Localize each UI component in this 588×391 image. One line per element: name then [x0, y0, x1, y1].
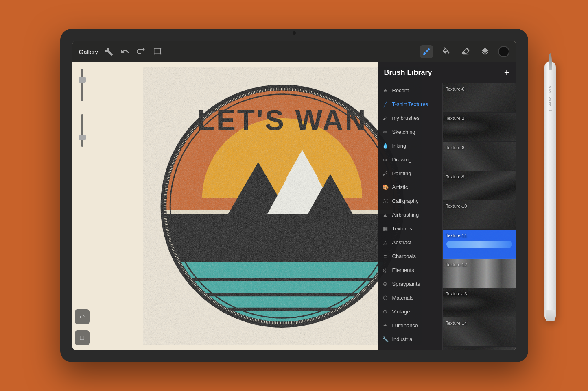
- color-picker-button[interactable]: [498, 46, 509, 57]
- gallery-button[interactable]: Gallery: [79, 48, 98, 55]
- category-item-sketching[interactable]: ✏ Sketching: [378, 125, 442, 139]
- category-item-tshirt[interactable]: ╱ T-shirt Textures: [378, 97, 442, 111]
- add-brush-button[interactable]: +: [504, 68, 509, 77]
- category-item-airbrushing[interactable]: ▲ Airbrushing: [378, 208, 442, 222]
- category-item-painting[interactable]: 🖌 Painting: [378, 166, 442, 180]
- brush-icon: 🖌: [382, 114, 389, 122]
- pencil-eraser: [546, 310, 555, 321]
- triangle-icon: △: [382, 239, 389, 246]
- palette-icon: 🎨: [382, 183, 389, 191]
- category-item-inking[interactable]: 💧 Inking: [378, 139, 442, 152]
- brush-library-title: Brush Library: [384, 68, 432, 77]
- texture-icon: ▦: [382, 225, 389, 232]
- brush-library-header: Brush Library +: [378, 62, 516, 83]
- category-item-luminance[interactable]: ✦ Luminance: [378, 318, 442, 332]
- swirl-icon: ∞: [382, 156, 389, 163]
- category-item-spraypaints[interactable]: ⊕ Spraypaints: [378, 277, 442, 291]
- transform-icon[interactable]: [152, 46, 163, 57]
- brush-tool-button[interactable]: [420, 45, 433, 58]
- brush-list: Texture-6 Texture-2 Texture-8 Te: [443, 83, 516, 350]
- brush-item-texture13[interactable]: Texture-13: [443, 288, 516, 317]
- category-item-textures[interactable]: ▦ Textures: [378, 222, 442, 235]
- wrench-icon[interactable]: [103, 46, 114, 57]
- tablet-screen: Gallery: [72, 41, 516, 350]
- category-item-artistic[interactable]: 🎨 Artistic: [378, 180, 442, 194]
- brush-item-texture14[interactable]: Texture-14: [443, 317, 516, 347]
- category-item-materials[interactable]: ⬡ Materials: [378, 291, 442, 304]
- redo-icon[interactable]: [136, 46, 147, 57]
- brush-library-panel: Brush Library + ★ Recent ╱ T-: [378, 62, 516, 350]
- category-item-vintage[interactable]: ⊙ Vintage: [378, 304, 442, 318]
- ink-drop-icon: 💧: [382, 142, 389, 149]
- camera-notch: [293, 31, 296, 35]
- category-item-drawing[interactable]: ∞ Drawing: [378, 152, 442, 166]
- airbrush-icon: ▲: [382, 211, 389, 218]
- category-item-mybrushes[interactable]: 🖌 my brushes: [378, 111, 442, 125]
- eraser-tool-button[interactable]: [459, 45, 472, 58]
- shape-tool-button[interactable]: □: [75, 330, 90, 345]
- circle-pattern-icon: ◎: [382, 266, 389, 274]
- toolbar: Gallery: [72, 41, 516, 62]
- pencil-tip: [549, 53, 552, 70]
- leaf-icon: 🍃: [382, 349, 389, 350]
- clock-icon: ⊙: [382, 308, 389, 315]
- left-sidebar: ↩ □: [72, 62, 92, 350]
- tablet-device: Gallery: [60, 29, 528, 362]
- layers-button[interactable]: [479, 45, 492, 58]
- brush-item-texture6[interactable]: Texture-6: [443, 83, 516, 113]
- paint-brush-icon: 🖌: [382, 169, 389, 177]
- brush-item-texture15[interactable]: Texture-15: [443, 347, 516, 350]
- pencil-icon: ✏: [382, 128, 389, 135]
- apple-pencil: ✏ Pencil Pro: [544, 61, 556, 321]
- brush-item-texture9[interactable]: Texture-9: [443, 171, 516, 200]
- category-item-organic[interactable]: 🍃 Organic: [378, 346, 442, 350]
- size-slider[interactable]: [81, 114, 83, 147]
- star-icon: ★: [382, 87, 389, 94]
- smudge-tool-button[interactable]: [439, 45, 452, 58]
- brush-texture-bg: [443, 347, 516, 350]
- opacity-slider[interactable]: [81, 69, 83, 101]
- brush-item-texture2[interactable]: Texture-2: [443, 113, 516, 142]
- script-icon: ℳ: [382, 197, 389, 204]
- category-item-charcoals[interactable]: ≡ Charcoals: [378, 249, 442, 263]
- toolbar-left: Gallery: [79, 46, 164, 57]
- category-item-recent[interactable]: ★ Recent: [378, 83, 442, 97]
- star4-icon: ✦: [382, 321, 389, 329]
- svg-point-22: [166, 90, 398, 322]
- brush-library-content: ★ Recent ╱ T-shirt Textures 🖌 my brushes: [378, 83, 516, 350]
- undo-sidebar-button[interactable]: ↩: [75, 309, 90, 324]
- undo-icon[interactable]: [119, 46, 131, 57]
- hexagon-icon: ⬡: [382, 294, 389, 301]
- canvas-area: LET'S WAN: [72, 62, 516, 350]
- brush-item-texture12[interactable]: Texture-12: [443, 259, 516, 288]
- brush-item-texture10[interactable]: Texture-10: [443, 200, 516, 230]
- bars-icon: ≡: [382, 252, 389, 260]
- category-item-elements[interactable]: ◎ Elements: [378, 263, 442, 277]
- brush-item-texture11[interactable]: Texture-11: [443, 230, 516, 259]
- wrench-cat-icon: 🔧: [382, 335, 389, 343]
- brush-stroke-icon: ╱: [382, 100, 389, 108]
- toolbar-right: [420, 45, 509, 58]
- category-list: ★ Recent ╱ T-shirt Textures 🖌 my brushes: [378, 83, 443, 350]
- category-item-industrial[interactable]: 🔧 Industrial: [378, 332, 442, 346]
- category-item-abstract[interactable]: △ Abstract: [378, 235, 442, 249]
- category-item-calligraphy[interactable]: ℳ Calligraphy: [378, 194, 442, 208]
- spray-icon: ⊕: [382, 280, 389, 287]
- pencil-label: ✏ Pencil Pro: [548, 86, 552, 113]
- brush-item-texture8[interactable]: Texture-8: [443, 142, 516, 171]
